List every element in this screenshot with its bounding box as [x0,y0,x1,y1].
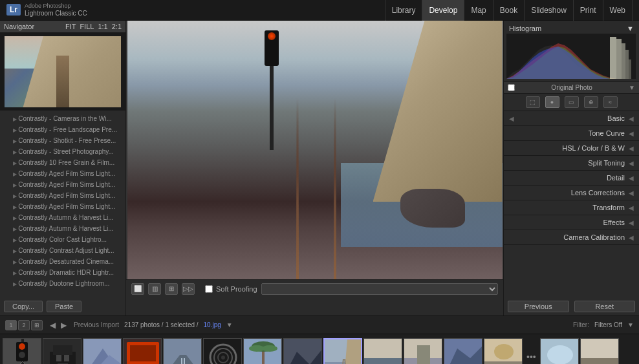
film-thumb-5[interactable] [163,338,202,365]
svg-point-66 [494,344,514,359]
copy-button[interactable]: Copy... [4,301,43,312]
tone-curve-arrow: ◀ [629,130,634,137]
hsl-label: HSL / Color / B & W [509,144,625,152]
nav-library[interactable]: Library [385,0,423,21]
original-photo-checkbox[interactable] [508,84,515,91]
basic-label: Basic [518,114,625,122]
effects-arrow: ◀ [629,219,634,226]
fit-option-fit[interactable]: FIT [65,23,76,30]
transform-arrow: ◀ [629,204,634,211]
photo-background [127,21,503,279]
more-indicator: ••• [524,352,539,362]
filename-label[interactable]: 10.jpg [204,321,221,328]
svg-rect-0 [610,37,616,79]
soft-proofing-checkbox[interactable] [205,285,213,293]
list-item[interactable]: Contrastly Contrast Adjust Light... [0,245,125,256]
nav-print[interactable]: Print [574,0,603,21]
list-item[interactable]: Contrastly Autumn & Harvest Li... [0,223,125,234]
film-thumb-15[interactable] [580,338,619,365]
fit-option-1-1[interactable]: 1:1 [98,23,107,30]
nav-right-arrow[interactable]: ▶ [59,321,69,330]
dev-panel-tone-curve[interactable]: Tone Curve ◀ [504,126,639,141]
film-thumb-3[interactable] [83,338,122,365]
list-item[interactable]: Contrastly - Shotkit - Free Prese... [0,135,125,146]
list-item[interactable]: Contrastly Duotone Lightroom... [0,278,125,289]
dev-panel-effects[interactable]: Effects ◀ [504,215,639,230]
list-item[interactable]: Contrastly - Cameras in the Wi... [0,113,125,124]
tone-icon-target[interactable]: ⊕ [584,96,598,108]
toolbar-view-single[interactable]: ⬜ [131,283,144,295]
paste-button[interactable]: Paste [47,301,81,312]
film-thumb-11[interactable] [404,338,442,365]
navigator-header[interactable]: Navigator FIT FILL 1:1 2:1 [0,21,125,33]
view-btn-double[interactable]: 2 [18,320,30,330]
toolbar-dropdown[interactable] [261,283,498,295]
toolbar-view-compare[interactable]: ▥ [148,283,161,295]
tone-icon-curve[interactable]: ≈ [603,96,618,108]
list-item[interactable]: Contrastly Autumn & Harvest Li... [0,212,125,223]
histogram-canvas [506,34,636,79]
svg-rect-3 [625,50,629,79]
camera-cal-label: Camera Calibration [509,233,625,241]
import-label[interactable]: Previous Import [74,321,119,328]
list-item[interactable]: Contrastly Aged Film Sims Light... [0,168,125,179]
film-thumb-9-selected[interactable] [323,338,362,365]
nav-menu: Library Develop Map Book Slideshow Print… [385,0,633,21]
filter-value[interactable]: Filters Off [594,321,622,328]
film-thumb-14[interactable] [540,338,579,365]
nav-arrows: ◀ ▶ [48,321,69,330]
bottom-combined-bar: Copy... Paste Previous Reset [0,297,639,316]
left-panel: Navigator FIT FILL 1:1 2:1 Contrastly - … [0,21,126,297]
original-photo-bar[interactable]: Original Photo ▼ [504,81,639,94]
view-btn-grid[interactable]: ⊞ [31,320,43,330]
svg-rect-59 [417,345,430,365]
list-item[interactable]: Contrastly 10 Free Grain & Film... [0,157,125,168]
list-item[interactable]: Contrastly Aged Film Sims Light... [0,179,125,190]
toolbar-view-before-after[interactable]: ▷▷ [182,283,195,295]
fit-option-fill[interactable]: FILL [80,23,94,30]
tone-icon-auto[interactable]: ⬚ [526,96,540,108]
dev-panel-lens[interactable]: Lens Corrections ◀ [504,186,639,200]
nav-develop[interactable]: Develop [422,0,464,21]
nav-left-arrow[interactable]: ◀ [48,321,58,330]
list-item[interactable]: Contrastly - Free Landscape Pre... [0,124,125,135]
histogram-header[interactable]: Histogram ▼ [506,23,636,34]
dev-panel-detail[interactable]: Detail ◀ [504,171,639,186]
dev-panel-split-toning[interactable]: Split Toning ◀ [504,156,639,171]
film-thumb-8[interactable] [283,338,322,365]
film-thumb-1[interactable] [3,338,41,365]
list-item[interactable]: Contrastly Aged Film Sims Light... [0,201,125,212]
dev-panel-hsl[interactable]: HSL / Color / B & W ◀ [504,141,639,156]
split-toning-label: Split Toning [509,159,625,167]
image-toolbar: ⬜ ▥ ⊞ ▷▷ Soft Proofing [126,279,503,297]
tone-icon-rect[interactable]: ▭ [565,96,579,108]
list-item[interactable]: Contrastly Color Cast Lightro... [0,234,125,245]
dev-panel-transform[interactable]: Transform ◀ [504,200,639,215]
film-thumb-6[interactable] [203,338,242,365]
film-thumb-7[interactable] [243,338,282,365]
toolbar-view-survey[interactable]: ⊞ [165,283,178,295]
nav-web[interactable]: Web [603,0,633,21]
fit-option-2-1[interactable]: 2:1 [112,23,122,30]
list-item[interactable]: Contrastly - Street Photography... [0,146,125,157]
reset-button[interactable]: Reset [574,301,636,312]
view-btn-single[interactable]: 1 [5,320,17,330]
film-thumb-2[interactable] [43,338,81,365]
dev-panel-camera-cal[interactable]: Camera Calibration ◀ [504,230,639,245]
basic-arrow: ◀ [629,115,634,122]
list-item[interactable]: Contrastly Desaturated Cinema... [0,256,125,267]
list-item[interactable]: Contrastly Aged Film Sims Light... [0,190,125,201]
previous-button[interactable]: Previous [508,301,569,312]
nav-map[interactable]: Map [464,0,493,21]
nav-book[interactable]: Book [493,0,525,21]
nav-slideshow[interactable]: Slideshow [525,0,574,21]
film-thumb-12[interactable] [444,338,482,365]
list-item[interactable]: Contrastly Dramatic HDR Lightr... [0,267,125,278]
film-thumb-13[interactable] [484,338,523,365]
dev-panel-basic[interactable]: ◀ Basic ◀ [504,111,639,126]
film-thumb-4[interactable] [123,338,162,365]
basic-left-arrow: ◀ [509,115,514,122]
copy-paste-bar: Copy... Paste [0,297,126,316]
film-thumb-10[interactable] [363,338,402,365]
tone-icon-circle[interactable]: ● [545,96,559,108]
